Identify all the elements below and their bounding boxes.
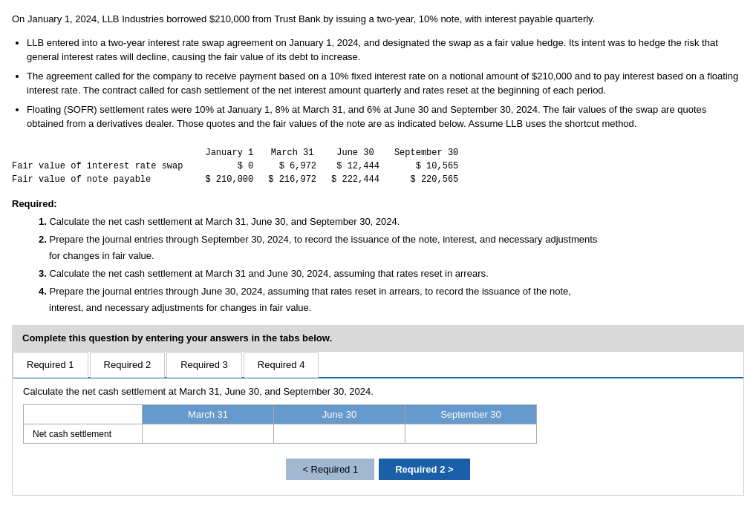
req-item-1: 1. Calculate the net cash settlement at …	[39, 214, 744, 230]
table-header-jan: January 1	[198, 146, 261, 160]
answer-col-mar: March 31	[143, 405, 274, 424]
row1-jun: $ 12,444	[324, 160, 387, 173]
row1-jan: $ 0	[198, 160, 261, 173]
tabs-row: Required 1 Required 2 Required 3 Require…	[13, 352, 743, 378]
bullet-item-3: Floating (SOFR) settlement rates were 10…	[27, 102, 744, 131]
tab1-instruction: Calculate the net cash settlement at Mar…	[23, 386, 733, 397]
row2-jan: $ 210,000	[198, 173, 261, 186]
table-header-mar: March 31	[261, 146, 324, 160]
answer-cell-jun[interactable]	[274, 424, 405, 444]
input-jun[interactable]	[274, 424, 405, 443]
row2-sep: $ 220,565	[387, 173, 466, 186]
row1-sep: $ 10,565	[387, 160, 466, 173]
bullet-item-2: The agreement called for the company to …	[27, 69, 744, 98]
req-item-3: 3. Calculate the net cash settlement at …	[39, 266, 744, 282]
fair-value-table: January 1 March 31 June 30 September 30 …	[12, 140, 466, 186]
answer-cell-mar[interactable]	[143, 424, 274, 444]
answer-col-sep: September 30	[405, 405, 537, 424]
tab-required-4[interactable]: Required 4	[244, 352, 319, 378]
row2-label: Fair value of note payable	[12, 173, 198, 186]
tab-required-1[interactable]: Required 1	[13, 352, 88, 378]
answer-row-label: Net cash settlement	[24, 424, 143, 444]
tab-required-2[interactable]: Required 2	[90, 352, 166, 378]
input-mar[interactable]	[143, 424, 273, 443]
bullet-list: LLB entered into a two-year interest rat…	[27, 36, 744, 131]
req-item-2: 2. Prepare the journal entries through S…	[39, 231, 744, 264]
answer-table-empty-header	[24, 405, 143, 424]
nav-buttons: < Required 1 Required 2 >	[23, 454, 733, 487]
answer-col-jun: June 30	[274, 405, 405, 424]
table-header-sep: September 30	[387, 146, 466, 160]
required-title: Required:	[12, 198, 744, 209]
table-header-jun: June 30	[324, 146, 387, 160]
input-sep[interactable]	[405, 424, 536, 443]
bullet-item-1: LLB entered into a two-year interest rat…	[27, 36, 744, 65]
table-empty-header	[12, 146, 198, 160]
intro-paragraph: On January 1, 2024, LLB Industries borro…	[12, 12, 744, 27]
tab-required-3[interactable]: Required 3	[166, 352, 242, 378]
answer-table: March 31 June 30 September 30 Net cash s…	[23, 404, 537, 444]
answer-cell-sep[interactable]	[405, 424, 537, 444]
next-button[interactable]: Required 2 >	[379, 459, 469, 480]
row2-jun: $ 222,444	[324, 173, 387, 186]
prev-button[interactable]: < Required 1	[286, 459, 374, 480]
row1-label: Fair value of interest rate swap	[12, 160, 198, 173]
tab1-content: Calculate the net cash settlement at Mar…	[13, 378, 743, 495]
complete-box: Complete this question by entering your …	[12, 325, 744, 351]
req-item-4: 4. Prepare the journal entries through J…	[39, 283, 744, 316]
row1-mar: $ 6,972	[261, 160, 324, 173]
row2-mar: $ 216,972	[261, 173, 324, 186]
required-section: Required: 1. Calculate the net cash sett…	[12, 198, 744, 317]
tabs-container: Required 1 Required 2 Required 3 Require…	[12, 351, 744, 496]
